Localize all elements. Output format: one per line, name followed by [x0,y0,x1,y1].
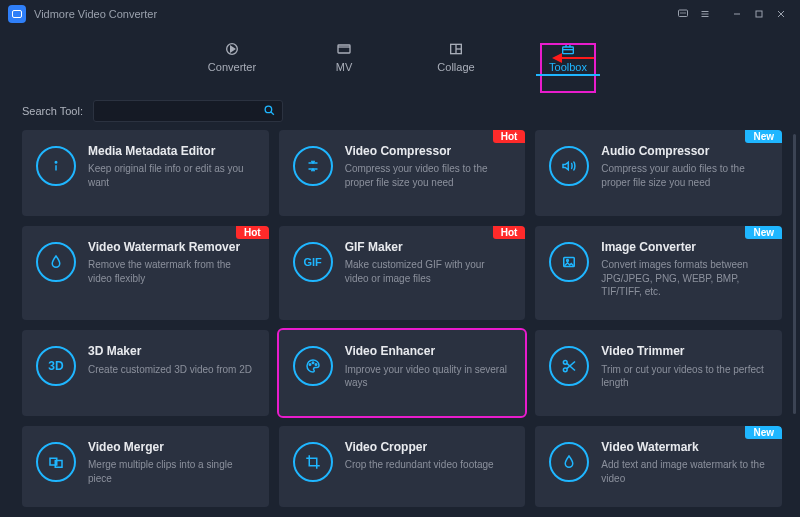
droplet-icon [549,442,589,482]
search-icon[interactable] [263,104,276,119]
svg-point-30 [309,364,311,366]
tool-title: Video Merger [88,440,255,454]
svg-point-22 [265,106,272,113]
svg-line-23 [271,112,274,115]
tool-video-watermark[interactable]: New Video WatermarkAdd text and image wa… [535,426,782,507]
mv-icon [334,41,354,57]
info-icon [36,146,76,186]
tool-title: Video Enhancer [345,344,512,358]
tool-desc: Compress your video files to the proper … [345,162,512,189]
tool-video-cropper[interactable]: Video CropperCrop the redundant video fo… [279,426,526,507]
tool-desc: Remove the watermark from the video flex… [88,258,255,285]
tool-desc: Convert images formats between JPG/JPEG,… [601,258,768,299]
search-bar: Search Tool: [0,86,800,130]
tool-desc: Make customized GIF with your video or i… [345,258,512,285]
tool-desc: Compress your audio files to the proper … [601,162,768,189]
svg-point-33 [564,361,568,365]
tab-label: MV [336,61,353,73]
tool-title: Video Watermark Remover [88,240,255,254]
hot-badge: Hot [493,226,526,239]
svg-rect-8 [756,11,762,17]
collage-icon [446,41,466,57]
svg-point-24 [55,162,57,164]
tool-title: Media Metadata Editor [88,144,255,158]
tool-video-enhancer[interactable]: Video EnhancerImprove your video quality… [279,330,526,416]
tool-title: GIF Maker [345,240,512,254]
svg-point-29 [567,259,569,261]
tab-converter[interactable]: Converter [202,41,262,73]
scissors-icon [549,346,589,386]
tool-audio-compressor[interactable]: New Audio CompressorCompress your audio … [535,130,782,216]
close-button[interactable] [770,4,792,24]
feedback-icon[interactable] [672,4,694,24]
tool-desc: Trim or cut your videos to the perfect l… [601,363,768,390]
tool-desc: Add text and image watermark to the vide… [601,458,768,485]
svg-point-32 [315,364,317,366]
tool-video-watermark-remover[interactable]: Hot Video Watermark RemoverRemove the wa… [22,226,269,321]
new-badge: New [745,130,782,143]
search-label: Search Tool: [22,105,83,117]
tool-desc: Crop the redundant video footage [345,458,512,472]
hot-badge: Hot [236,226,269,239]
svg-point-1 [681,13,682,14]
tab-label: Converter [208,61,256,73]
tool-title: Image Converter [601,240,768,254]
search-box[interactable] [93,100,283,122]
new-badge: New [745,226,782,239]
svg-marker-21 [552,53,562,63]
scrollbar[interactable] [793,134,796,414]
tool-desc: Create customized 3D video from 2D [88,363,255,377]
tool-title: Video Compressor [345,144,512,158]
svg-rect-13 [338,45,350,53]
droplet-icon [36,242,76,282]
tool-video-compressor[interactable]: Hot Video CompressorCompress your video … [279,130,526,216]
annotation-arrow [552,50,594,66]
tool-title: 3D Maker [88,344,255,358]
merger-icon [36,442,76,482]
main-tabs: Converter MV Collage Toolbox [0,28,800,86]
minimize-button[interactable] [726,4,748,24]
menu-icon[interactable] [694,4,716,24]
image-convert-icon [549,242,589,282]
tool-image-converter[interactable]: New Image ConverterConvert images format… [535,226,782,321]
compress-icon [293,146,333,186]
tool-video-merger[interactable]: Video MergerMerge multiple clips into a … [22,426,269,507]
tool-video-trimmer[interactable]: Video TrimmerTrim or cut your videos to … [535,330,782,416]
tool-title: Video Watermark [601,440,768,454]
gif-icon: GIF [293,242,333,282]
tool-media-metadata-editor[interactable]: Media Metadata EditorKeep original file … [22,130,269,216]
svg-marker-12 [231,46,235,51]
palette-icon [293,346,333,386]
titlebar: Vidmore Video Converter [0,0,800,28]
svg-point-31 [312,362,314,364]
svg-point-3 [685,13,686,14]
audio-compress-icon [549,146,589,186]
tool-desc: Keep original file info or edit as you w… [88,162,255,189]
tool-gif-maker[interactable]: Hot GIF GIF MakerMake customized GIF wit… [279,226,526,321]
tool-desc: Improve your video quality in several wa… [345,363,512,390]
tab-label: Collage [437,61,474,73]
tool-desc: Merge multiple clips into a single piece [88,458,255,485]
new-badge: New [745,426,782,439]
svg-point-34 [564,368,568,372]
crop-icon [293,442,333,482]
tab-mv[interactable]: MV [314,41,374,73]
threeD-icon: 3D [36,346,76,386]
app-logo [8,5,26,23]
tool-3d-maker[interactable]: 3D 3D MakerCreate customized 3D video fr… [22,330,269,416]
tool-title: Video Trimmer [601,344,768,358]
active-tab-underline [536,74,600,76]
converter-icon [222,41,242,57]
hot-badge: Hot [493,130,526,143]
maximize-button[interactable] [748,4,770,24]
svg-point-2 [683,13,684,14]
search-input[interactable] [100,105,263,117]
tab-collage[interactable]: Collage [426,41,486,73]
app-title: Vidmore Video Converter [34,8,157,20]
tool-grid: Media Metadata EditorKeep original file … [22,130,782,507]
tool-title: Video Cropper [345,440,512,454]
tool-title: Audio Compressor [601,144,768,158]
